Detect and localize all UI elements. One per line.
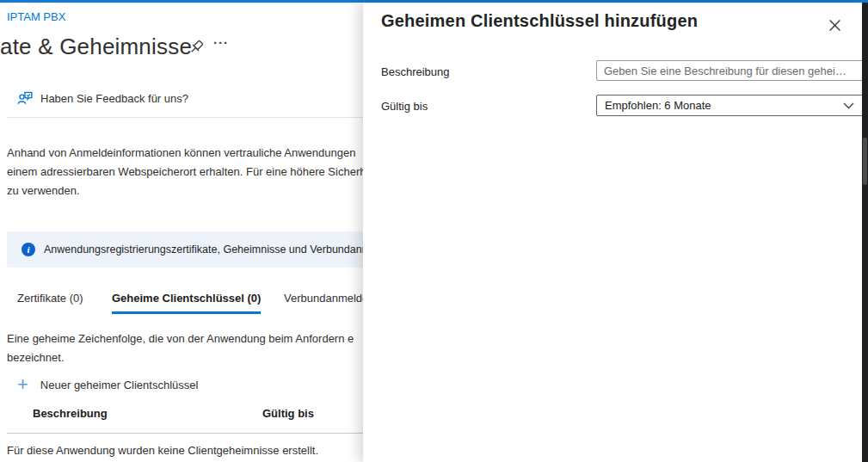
- add-client-secret-panel: Geheimen Clientschlüssel hinzufügen Besc…: [363, 3, 862, 462]
- chevron-down-icon: [843, 102, 854, 109]
- tab-geheime-clientschluessel[interactable]: Geheime Clientschlüssel (0): [112, 292, 261, 314]
- intro-line-1: Anhand von Anmeldeinformationen können v…: [7, 144, 363, 163]
- certificates-secrets-page: IPTAM PBX ate & Geheimnisse ··· Haben Si…: [0, 3, 363, 462]
- ellipsis-icon: ···: [213, 35, 229, 50]
- table-header-gueltig-bis: Gültig bis: [262, 407, 314, 420]
- pin-button[interactable]: [188, 39, 206, 58]
- description-input[interactable]: [596, 60, 864, 81]
- tab-bar: Zertifikate (0) Geheime Clientschlüssel …: [0, 292, 363, 315]
- table-header-beschreibung: Beschreibung: [33, 407, 108, 420]
- window-scrollbar[interactable]: [862, 3, 868, 462]
- expiry-field-label: Gültig bis: [381, 100, 428, 113]
- feedback-icon: [17, 90, 34, 107]
- close-icon: [828, 19, 841, 32]
- header-divider: [7, 117, 363, 118]
- description-line-2: bezeichnet.: [7, 348, 354, 367]
- intro-line-2: einem adressierbaren Webspeicherort erha…: [7, 163, 363, 182]
- new-client-secret-label: Neuer geheimer Clientschlüssel: [40, 379, 199, 391]
- close-button[interactable]: [825, 15, 844, 34]
- plus-icon: +: [17, 377, 28, 392]
- page-title: ate & Geheimnisse: [0, 34, 192, 60]
- description-line-1: Eine geheime Zeichenfolge, die von der A…: [7, 330, 354, 348]
- info-banner: i Anwendungsregistrierungszertifikate, G…: [7, 231, 363, 268]
- tab-verbundanmeldeinformationen[interactable]: Verbundanmelde: [284, 292, 363, 311]
- tab-zertifikate[interactable]: Zertifikate (0): [17, 292, 83, 311]
- info-banner-text: Anwendungsregistrierungszertifikate, Geh…: [44, 243, 363, 256]
- window-scrollbar-thumb[interactable]: [863, 138, 867, 185]
- breadcrumb-link[interactable]: IPTAM PBX: [7, 10, 65, 23]
- intro-line-3: zu verwenden.: [7, 182, 363, 200]
- new-client-secret-button[interactable]: + Neuer geheimer Clientschlüssel: [17, 377, 198, 392]
- feedback-label: Haben Sie Feedback für uns?: [40, 92, 188, 105]
- panel-title: Geheimen Clientschlüssel hinzufügen: [381, 11, 698, 31]
- info-icon: i: [22, 243, 35, 256]
- expiry-select[interactable]: Empfohlen: 6 Monate: [596, 95, 864, 116]
- table-header-divider: [7, 433, 363, 434]
- intro-text: Anhand von Anmeldeinformationen können v…: [7, 144, 363, 200]
- section-description: Eine geheime Zeichenfolge, die von der A…: [7, 330, 354, 367]
- expiry-select-value: Empfohlen: 6 Monate: [605, 99, 843, 112]
- feedback-link[interactable]: Haben Sie Feedback für uns?: [17, 89, 188, 108]
- more-options-button[interactable]: ···: [213, 35, 229, 50]
- pin-icon: [188, 39, 205, 56]
- empty-state-message: Für diese Anwendung wurden keine Clientg…: [7, 444, 318, 457]
- description-field-label: Beschreibung: [381, 65, 450, 78]
